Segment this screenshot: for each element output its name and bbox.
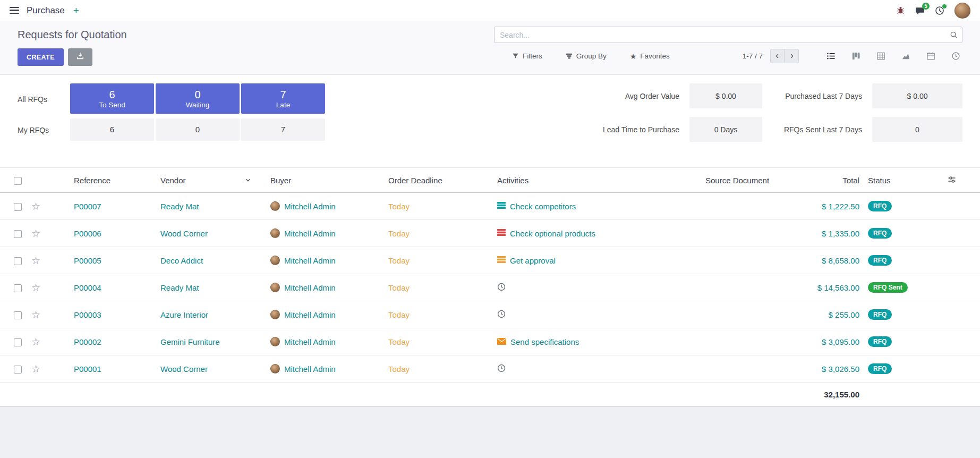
table-row[interactable]: ☆ P00003 Azure Interior Mitchell Admin T… bbox=[0, 301, 980, 328]
header-status[interactable]: Status bbox=[866, 168, 945, 193]
header-options bbox=[945, 168, 980, 193]
calendar-view-icon[interactable] bbox=[924, 49, 938, 63]
reference-link[interactable]: P00004 bbox=[74, 283, 101, 292]
my-tile-to-send[interactable]: 6 bbox=[70, 118, 154, 141]
vendor-link[interactable]: Gemini Furniture bbox=[160, 337, 220, 346]
row-checkbox[interactable] bbox=[14, 366, 22, 374]
status-badge: RFQ bbox=[868, 228, 892, 239]
buyer-link[interactable]: Mitchell Admin bbox=[284, 202, 336, 211]
optional-columns-icon[interactable] bbox=[948, 175, 956, 184]
activity-button[interactable] bbox=[497, 310, 701, 320]
apps-menu-icon[interactable] bbox=[10, 7, 19, 14]
row-checkbox[interactable] bbox=[14, 311, 22, 319]
header-buyer[interactable]: Buyer bbox=[268, 168, 386, 193]
group-by-button[interactable]: Group By bbox=[566, 52, 607, 60]
download-icon bbox=[76, 52, 84, 62]
status-badge: RFQ bbox=[868, 336, 892, 347]
table-row[interactable]: ☆ P00002 Gemini Furniture Mitchell Admin… bbox=[0, 328, 980, 355]
table-row[interactable]: ☆ P00006 Wood Corner Mitchell Admin Toda… bbox=[0, 220, 980, 247]
favorite-star-icon[interactable]: ☆ bbox=[31, 228, 40, 239]
pivot-view-icon[interactable] bbox=[874, 49, 888, 63]
tile-waiting[interactable]: 0 Waiting bbox=[156, 83, 240, 114]
table-row[interactable]: ☆ P00005 Deco Addict Mitchell Admin Toda… bbox=[0, 247, 980, 274]
header-order-deadline[interactable]: Order Deadline bbox=[386, 168, 495, 193]
activity-button[interactable]: Check competitors bbox=[497, 201, 701, 211]
vendor-link[interactable]: Ready Mat bbox=[160, 202, 199, 211]
header-vendor[interactable]: Vendor bbox=[158, 168, 268, 193]
row-checkbox[interactable] bbox=[14, 284, 22, 292]
my-tile-waiting[interactable]: 0 bbox=[156, 118, 240, 141]
buyer-link[interactable]: Mitchell Admin bbox=[284, 364, 336, 374]
header-total[interactable]: Total bbox=[786, 168, 866, 193]
tile-to-send[interactable]: 6 To Send bbox=[70, 83, 154, 114]
favorite-star-icon[interactable]: ☆ bbox=[31, 336, 40, 347]
reference-link[interactable]: P00003 bbox=[74, 310, 101, 319]
download-button[interactable] bbox=[68, 48, 92, 66]
row-checkbox[interactable] bbox=[14, 230, 22, 238]
filters-button[interactable]: Filters bbox=[512, 52, 542, 60]
search-icon[interactable] bbox=[950, 31, 958, 40]
sort-descending-icon[interactable] bbox=[245, 177, 251, 183]
my-tile-late[interactable]: 7 bbox=[241, 118, 325, 141]
list-view-icon[interactable] bbox=[824, 49, 838, 63]
reference-link[interactable]: P00007 bbox=[74, 202, 101, 211]
buyer-link[interactable]: Mitchell Admin bbox=[284, 283, 336, 292]
metric-label-lead-time: Lead Time to Purchase bbox=[591, 117, 679, 142]
kanban-view-icon[interactable] bbox=[849, 49, 863, 63]
user-avatar[interactable] bbox=[955, 3, 970, 19]
vendor-link[interactable]: Wood Corner bbox=[160, 364, 208, 374]
favorite-star-icon[interactable]: ☆ bbox=[31, 282, 40, 293]
purchase-dashboard: All RFQs 6 To Send 0 Waiting 7 Late My R… bbox=[0, 75, 980, 151]
activity-view-icon[interactable] bbox=[949, 49, 962, 63]
page-title: Requests for Quotation bbox=[18, 29, 127, 41]
reference-link[interactable]: P00005 bbox=[74, 256, 101, 265]
table-row[interactable]: ☆ P00001 Wood Corner Mitchell Admin Toda… bbox=[0, 355, 980, 383]
vendor-link[interactable]: Wood Corner bbox=[160, 229, 208, 238]
header-source-document[interactable]: Source Document bbox=[703, 168, 786, 193]
row-checkbox[interactable] bbox=[14, 338, 22, 346]
favorites-button[interactable]: ★ Favorites bbox=[630, 52, 670, 61]
reference-link[interactable]: P00002 bbox=[74, 337, 101, 346]
table-row[interactable]: ☆ P00007 Ready Mat Mitchell Admin Today … bbox=[0, 193, 980, 220]
table-row[interactable]: ☆ P00004 Ready Mat Mitchell Admin Today … bbox=[0, 274, 980, 301]
create-button[interactable]: CREATE bbox=[18, 48, 64, 66]
pager-previous-button[interactable] bbox=[770, 49, 785, 63]
buyer-link[interactable]: Mitchell Admin bbox=[284, 229, 336, 238]
favorite-star-icon[interactable]: ☆ bbox=[31, 255, 40, 266]
header-reference[interactable]: Reference bbox=[60, 168, 158, 193]
row-checkbox[interactable] bbox=[14, 257, 22, 265]
activity-button[interactable]: Send specifications bbox=[497, 337, 701, 346]
rfq-list-view: Reference Vendor Buyer Order Deadline Ac… bbox=[0, 167, 980, 406]
control-panel-left: Requests for Quotation CREATE bbox=[18, 27, 127, 66]
vendor-link[interactable]: Azure Interior bbox=[160, 310, 208, 319]
activity-button[interactable]: Get approval bbox=[497, 256, 701, 265]
reference-link[interactable]: P00001 bbox=[74, 364, 101, 374]
buyer-link[interactable]: Mitchell Admin bbox=[284, 310, 336, 319]
clock-activity-icon bbox=[497, 283, 506, 293]
search-box bbox=[494, 27, 962, 43]
vendor-link[interactable]: Ready Mat bbox=[160, 283, 199, 292]
order-deadline: Today bbox=[388, 364, 410, 374]
row-checkbox[interactable] bbox=[14, 203, 22, 211]
select-all-checkbox[interactable] bbox=[14, 177, 22, 185]
header-activities[interactable]: Activities bbox=[495, 168, 703, 193]
activities-clock-icon[interactable] bbox=[935, 6, 944, 15]
activity-button[interactable]: Check optional products bbox=[497, 228, 701, 238]
messages-icon[interactable]: 5 bbox=[915, 6, 925, 15]
search-input[interactable] bbox=[494, 27, 962, 43]
buyer-link[interactable]: Mitchell Admin bbox=[284, 256, 336, 265]
graph-view-icon[interactable] bbox=[899, 49, 913, 63]
debug-bug-icon[interactable] bbox=[896, 6, 905, 15]
favorite-star-icon[interactable]: ☆ bbox=[31, 201, 40, 212]
activity-button[interactable] bbox=[497, 364, 701, 374]
control-panel-right: Filters Group By ★ Favorites 1-7 / 7 bbox=[494, 27, 962, 63]
favorite-star-icon[interactable]: ☆ bbox=[31, 363, 40, 375]
activity-button[interactable] bbox=[497, 283, 701, 293]
vendor-link[interactable]: Deco Addict bbox=[160, 256, 203, 265]
pager-next-button[interactable] bbox=[785, 49, 799, 63]
tile-late[interactable]: 7 Late bbox=[241, 83, 325, 114]
favorite-star-icon[interactable]: ☆ bbox=[31, 309, 40, 320]
buyer-link[interactable]: Mitchell Admin bbox=[284, 337, 336, 346]
new-tab-plus-icon[interactable]: + bbox=[73, 5, 79, 16]
reference-link[interactable]: P00006 bbox=[74, 229, 101, 238]
